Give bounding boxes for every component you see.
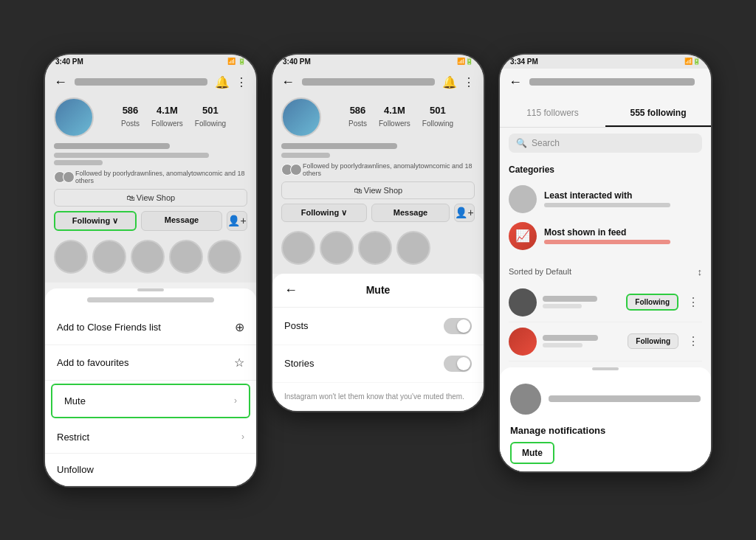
following-item-1: Following ⋮	[509, 283, 702, 322]
star-icon: ☆	[234, 356, 244, 370]
three-dots-2[interactable]: ⋮	[684, 334, 702, 348]
mute-header: ← Mute	[272, 274, 484, 308]
sheet-item-unfollow[interactable]: Unfollow	[45, 454, 256, 486]
profile-bio-1	[54, 153, 209, 158]
story-8[interactable]	[358, 231, 392, 265]
action-buttons-2: Following ∨ Message 👤+	[281, 204, 475, 222]
mute-stories-knob	[457, 357, 470, 370]
close-friends-label: Add to Close Friends list	[57, 322, 161, 333]
tab-following[interactable]: 555 following	[605, 100, 711, 127]
nav-bar-3: ←	[509, 75, 702, 90]
fl-sub-bar-2	[543, 343, 583, 347]
story-5[interactable]	[207, 240, 241, 274]
username-bar-2	[302, 78, 435, 86]
stat-followers-2: 4.1M Followers	[379, 105, 410, 129]
cat-bar-least	[544, 203, 670, 207]
sheet-item-close-friends[interactable]: Add to Close Friends list ⊕	[45, 310, 256, 345]
following-tag-1[interactable]: Following	[626, 294, 678, 311]
following-button-1[interactable]: Following ∨	[54, 211, 137, 231]
story-6[interactable]	[281, 231, 315, 265]
time-2: 3:40 PM	[283, 58, 311, 66]
story-2[interactable]	[92, 240, 126, 274]
story-4[interactable]	[169, 240, 203, 274]
favourites-label: Add to favourites	[57, 357, 129, 368]
mute-back-button[interactable]: ←	[284, 283, 298, 298]
view-shop-btn-1[interactable]: 🛍 View Shop	[54, 189, 247, 207]
manage-notifications-sheet: Manage notifications Mute	[500, 367, 711, 471]
three-dots-1[interactable]: ⋮	[684, 295, 702, 309]
story-3[interactable]	[131, 240, 165, 274]
more-icon-2[interactable]: ⋮	[463, 75, 475, 89]
categories-section: Categories Least interacted with 📈 Most …	[500, 159, 711, 260]
fl-name-bar-1	[543, 296, 597, 302]
shop-label-2	[281, 153, 330, 158]
mute-posts-toggle[interactable]	[444, 318, 472, 334]
status-icons-1: 📶 🔋	[227, 58, 246, 65]
sheet-username-bar	[87, 297, 214, 302]
bell-icon-1[interactable]: 🔔	[215, 75, 230, 89]
search-bar[interactable]: 🔍 Search	[509, 134, 702, 153]
stat-posts-1: 586 Posts	[121, 105, 140, 129]
tab-followers[interactable]: 115 followers	[500, 100, 605, 127]
phone-1: 3:40 PM 📶 🔋 ← 🔔 ⋮	[44, 53, 258, 488]
followed-avatars-1	[54, 171, 72, 183]
more-icon-1[interactable]: ⋮	[236, 75, 247, 89]
profile-stats-2: 586 Posts 4.1M Followers 501 Following	[281, 97, 475, 137]
nav-area-3: ←	[500, 69, 711, 100]
small-avatar-4	[290, 164, 302, 176]
battery-icon-2: 📶🔋	[457, 58, 473, 65]
stats-group-1: 586 Posts 4.1M Followers 501 Following	[100, 105, 247, 129]
add-friend-button-1[interactable]: 👤+	[227, 211, 247, 231]
categories-title: Categories	[509, 165, 702, 175]
fl-avatar-2	[509, 328, 537, 356]
battery-icon: 📶	[227, 58, 236, 65]
back-button-1[interactable]: ←	[54, 75, 67, 90]
story-1[interactable]	[54, 240, 88, 274]
following-tag-2[interactable]: Following	[628, 333, 678, 349]
following-item-2: Following ⋮	[509, 322, 702, 361]
following-button-2[interactable]: Following ∨	[281, 204, 367, 222]
followed-by-2: Followed by poorlydrawnlines, anomalytow…	[281, 162, 475, 177]
mute-chevron: ›	[234, 395, 237, 406]
nav-icons-2: 🔔 ⋮	[442, 75, 475, 89]
sheet-item-restrict[interactable]: Restrict ›	[45, 421, 256, 454]
restrict-label: Restrict	[57, 432, 89, 443]
nav-bar-2: ← 🔔 ⋮	[281, 75, 475, 90]
stories-row-1	[54, 237, 247, 277]
time-3: 3:34 PM	[510, 58, 538, 66]
message-button-2[interactable]: Message	[371, 204, 450, 222]
back-button-2[interactable]: ←	[281, 75, 295, 90]
back-button-3[interactable]: ←	[509, 75, 522, 90]
category-most-shown[interactable]: 📈 Most shown in feed	[509, 218, 702, 255]
profile-area-2: ← 🔔 ⋮ 586 Posts 4.1M	[272, 69, 484, 274]
cat-info-most: Most shown in feed	[544, 227, 702, 244]
bell-icon-2[interactable]: 🔔	[442, 75, 457, 89]
mute-stories-toggle[interactable]	[444, 356, 472, 372]
message-button-1[interactable]: Message	[141, 211, 222, 231]
cat-avatar-most: 📈	[509, 222, 537, 250]
cat-name-most: Most shown in feed	[544, 227, 702, 238]
story-7[interactable]	[320, 231, 354, 265]
search-icon: 🔍	[516, 138, 527, 148]
sheet-item-mute[interactable]: Mute ›	[51, 384, 250, 418]
mute-outline-button[interactable]: Mute	[510, 442, 554, 464]
fl-info-2	[543, 335, 622, 347]
followed-by-text-1: Followed by poorlydrawnlines, anomalytow…	[75, 170, 247, 184]
add-friend-button-2[interactable]: 👤+	[454, 204, 475, 222]
fl-avatar-1	[509, 288, 537, 316]
sorted-row: Sorted by Default ↕	[500, 260, 711, 283]
wifi-icon: 🔋	[238, 58, 246, 65]
sort-icon[interactable]: ↕	[698, 266, 703, 277]
tabs-row: 115 followers 555 following	[500, 100, 711, 128]
sheet-item-favourites[interactable]: Add to favourites ☆	[45, 345, 256, 381]
mn-avatar	[510, 384, 541, 415]
cat-name-least: Least interacted with	[544, 190, 702, 201]
story-9[interactable]	[396, 231, 430, 265]
stat-followers-1: 4.1M Followers	[151, 105, 183, 129]
search-placeholder: Search	[532, 138, 560, 148]
mn-name-bar	[549, 395, 701, 402]
category-least-interacted[interactable]: Least interacted with	[509, 181, 702, 218]
battery-icon-3: 📶🔋	[684, 58, 701, 65]
cat-avatar-least	[509, 185, 537, 213]
view-shop-btn-2[interactable]: 🛍 View Shop	[281, 181, 475, 199]
